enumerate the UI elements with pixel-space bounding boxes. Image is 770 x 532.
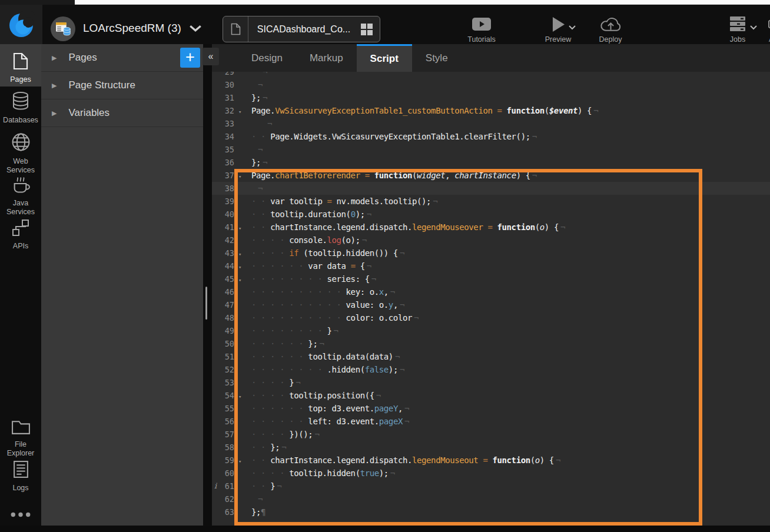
fold-toggle-icon[interactable]: ▾	[234, 170, 251, 183]
code-line[interactable]: 57 · · · · })();¬	[212, 428, 770, 441]
tab-style[interactable]: Style	[412, 44, 462, 72]
code-text[interactable]: · · · · · · · · }¬	[251, 326, 338, 335]
code-line[interactable]: i61 · · }¬	[212, 480, 770, 493]
code-line[interactable]: 60 · · · · tooltip.hidden(true);¬	[212, 467, 770, 480]
tab-markup[interactable]: Markup	[296, 44, 357, 72]
code-line[interactable]: 40 · · tooltip.duration(0);¬	[212, 208, 770, 221]
code-line[interactable]: 58 · · };¬	[212, 441, 770, 454]
wavemaker-logo[interactable]	[0, 5, 42, 44]
explorer-section-variables[interactable]: ▶Variables	[41, 99, 203, 127]
code-line[interactable]: 56 · · · · · · left: d3.event.pageX¬	[212, 415, 770, 428]
code-line[interactable]: 46 · · · · · · · · · · key: o.x,¬	[212, 285, 770, 298]
code-text[interactable]: · · · · }¬	[251, 378, 300, 387]
code-line[interactable]: 35 ¬	[212, 143, 770, 156]
code-text[interactable]: · · · · · · left: d3.event.pageX¬	[251, 417, 409, 426]
tab-script[interactable]: Script	[357, 44, 412, 72]
code-line[interactable]: 30 ¬	[212, 78, 770, 91]
code-line[interactable]: 52 · · · · · · · · .hidden(false);¬	[212, 363, 770, 376]
fold-toggle-icon[interactable]: ▾	[234, 274, 251, 287]
code-text[interactable]: · · · · · · top: d3.event.pageY,¬	[251, 404, 409, 413]
sidebar-item-java-services[interactable]: Java Services	[0, 175, 41, 217]
code-text[interactable]: · · · · · · · · · · key: o.x,¬	[251, 287, 395, 297]
code-line[interactable]: 55 · · · · · · top: d3.event.pageY,¬	[212, 402, 770, 415]
code-text[interactable]: · · tooltip.duration(0);¬	[251, 210, 371, 219]
fold-toggle-icon[interactable]: ▾	[234, 248, 251, 261]
fold-toggle-icon[interactable]: ▾	[234, 455, 251, 468]
action-deploy[interactable]: Deploy	[592, 15, 629, 44]
code-line[interactable]: 53 · · · · }¬	[212, 376, 770, 389]
code-text[interactable]: · · }¬	[251, 481, 281, 491]
action-preview[interactable]: Preview	[539, 15, 577, 44]
code-line[interactable]: 44▾· · · · · · var data = {¬	[212, 260, 770, 272]
code-line[interactable]: 32▾Page.VwSicasurveyExceptionTable1_cust…	[212, 104, 770, 117]
code-line[interactable]: 41▾· · chartInstance.legend.dispatch.leg…	[212, 221, 770, 234]
sidebar-item-file-explorer[interactable]: File Explorer	[0, 419, 41, 458]
code-line[interactable]: 31 };¬	[212, 91, 770, 104]
code-line[interactable]: 49 · · · · · · · · }¬	[212, 324, 770, 337]
code-line[interactable]: 62 ¬	[212, 493, 770, 506]
code-text[interactable]: · · · · tooltip.position({¬	[251, 391, 381, 400]
code-line[interactable]: 29 ¬	[212, 72, 770, 78]
sidebar-item-web-services[interactable]: Web Services	[0, 132, 41, 175]
code-text[interactable]: Page.VwSicasurveyExceptionTable1_customB…	[251, 106, 598, 115]
code-text[interactable]: · · chartInstance.legend.dispatch.legend…	[251, 222, 565, 232]
code-text[interactable]: · · };¬	[251, 443, 286, 452]
code-text[interactable]: · · · · · · · · series: {¬	[251, 274, 376, 284]
code-line[interactable]: 43▾· · · · if (tooltip.hidden()) {¬	[212, 247, 770, 260]
tab-design[interactable]: Design	[238, 44, 296, 72]
code-text[interactable]: · · · · · · };¬	[251, 339, 324, 348]
scrollbar-thumb[interactable]	[205, 287, 207, 320]
code-text[interactable]: ¬	[251, 184, 263, 193]
fold-toggle-icon[interactable]: ▾	[234, 390, 251, 403]
pages-grid-icon[interactable]	[360, 23, 373, 36]
code-text[interactable]: · · · · if (tooltip.hidden()) {¬	[251, 248, 404, 258]
code-line[interactable]: 54▾· · · · tooltip.position({¬	[212, 389, 770, 402]
code-line[interactable]: 42 · · · · console.log(o);¬	[212, 234, 770, 247]
code-line[interactable]: 37▾Page.chart1Beforerender = function(wi…	[212, 169, 770, 182]
code-line[interactable]: 45▾· · · · · · · · series: {¬	[212, 272, 770, 285]
code-text[interactable]: · · · · · · · · · · color: o.color¬	[251, 313, 419, 322]
code-text[interactable]: · · var tooltip = nv.models.tooltip();¬	[251, 197, 437, 206]
chevron-down-icon[interactable]	[569, 22, 576, 32]
code-text[interactable]: · · · · · · · · .hidden(false);¬	[251, 365, 404, 374]
code-text[interactable]: };¬	[251, 93, 267, 102]
code-text[interactable]: · · · · tooltip.hidden(true);¬	[251, 468, 395, 478]
add-page-button[interactable]: +	[180, 48, 200, 68]
script-code-editor[interactable]: 29 ¬30 ¬31 };¬32▾Page.VwSicasurveyExcept…	[212, 72, 770, 525]
code-text[interactable]: · · Page.Widgets.VwSicasurveyExceptionTa…	[251, 132, 537, 141]
collapse-panel-button[interactable]: «	[203, 48, 219, 65]
code-line[interactable]: 59▾· · chartInstance.legend.dispatch.leg…	[212, 454, 770, 467]
code-line[interactable]: 36 };¬	[212, 156, 770, 169]
code-text[interactable]: };¬	[251, 158, 267, 167]
project-name[interactable]: LOArcSpeedRM (3)	[83, 22, 181, 35]
code-line[interactable]: 47 · · · · · · · · · · value: o.y,¬	[212, 298, 770, 311]
code-line[interactable]: 33 ¬	[212, 117, 770, 130]
explorer-section-page-structure[interactable]: ▶Page Structure	[41, 72, 203, 99]
fold-toggle-icon[interactable]: ▾	[234, 222, 251, 235]
code-line[interactable]: 51 · · · · · · tooltip.data(data)¬	[212, 350, 770, 363]
explorer-section-pages[interactable]: ▶Pages+	[41, 44, 203, 72]
code-text[interactable]: ¬	[251, 145, 263, 154]
sidebar-item-databases[interactable]: Databases	[0, 91, 41, 125]
code-text[interactable]: · · · · · · var data = {¬	[251, 261, 371, 271]
project-avatar[interactable]	[51, 16, 75, 41]
code-text[interactable]: · · · · · · · · · · value: o.y,¬	[251, 300, 404, 310]
code-line[interactable]: 63 };¶	[212, 506, 770, 518]
code-line[interactable]: 48 · · · · · · · · · · color: o.color¬	[212, 311, 770, 324]
code-line[interactable]: 34 · · Page.Widgets.VwSicasurveyExceptio…	[212, 130, 770, 143]
code-text[interactable]: ¬	[251, 494, 263, 504]
fold-toggle-icon[interactable]: ▾	[234, 261, 251, 274]
code-line[interactable]: 38 ¬	[212, 182, 770, 195]
code-text[interactable]: · · · · · · tooltip.data(data)¬	[251, 352, 400, 361]
code-text[interactable]: · · · · })();¬	[251, 430, 319, 439]
code-text[interactable]: ¬	[251, 119, 272, 128]
code-text[interactable]: · · chartInstance.legend.dispatch.legend…	[251, 455, 560, 465]
sidebar-item-apis[interactable]: APIs	[0, 219, 41, 251]
action-jobs[interactable]: Jobs	[723, 15, 752, 44]
code-line[interactable]: 50 · · · · · · };¬	[212, 337, 770, 350]
action-artifacts[interactable]: Art	[756, 15, 770, 44]
sidebar-item-pages[interactable]: Pages	[0, 44, 41, 87]
sidebar-item-more[interactable]	[0, 511, 41, 520]
code-line[interactable]: 39 · · var tooltip = nv.models.tooltip()…	[212, 195, 770, 208]
code-text[interactable]: ¬	[251, 72, 267, 77]
